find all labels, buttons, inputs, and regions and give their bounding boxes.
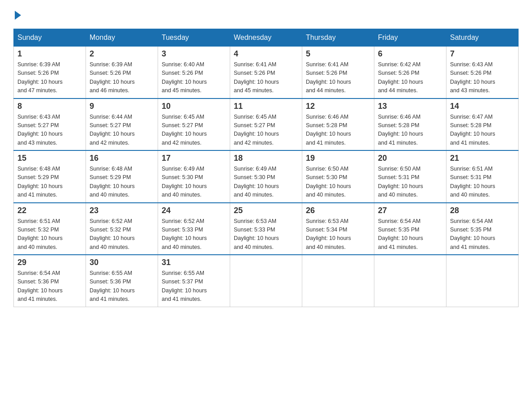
day-number: 24 <box>162 206 226 215</box>
day-info: Sunrise: 6:42 AMSunset: 5:26 PMDaylight:… <box>378 60 442 95</box>
day-number: 19 <box>306 154 370 163</box>
calendar-day-cell: 21Sunrise: 6:51 AMSunset: 5:31 PMDayligh… <box>446 150 519 203</box>
weekday-header-sunday: Sunday <box>14 29 86 47</box>
calendar-day-cell: 10Sunrise: 6:45 AMSunset: 5:27 PMDayligh… <box>158 98 230 151</box>
calendar-day-cell: 16Sunrise: 6:48 AMSunset: 5:29 PMDayligh… <box>86 150 158 203</box>
day-number: 28 <box>450 206 515 215</box>
day-number: 9 <box>90 102 154 111</box>
calendar-table: SundayMondayTuesdayWednesdayThursdayFrid… <box>13 29 519 307</box>
day-info: Sunrise: 6:48 AMSunset: 5:29 PMDaylight:… <box>90 165 154 200</box>
day-info: Sunrise: 6:55 AMSunset: 5:36 PMDaylight:… <box>90 269 154 304</box>
day-number: 30 <box>90 258 154 267</box>
calendar-day-cell: 26Sunrise: 6:53 AMSunset: 5:34 PMDayligh… <box>302 203 374 255</box>
day-info: Sunrise: 6:51 AMSunset: 5:32 PMDaylight:… <box>17 217 82 252</box>
calendar-day-cell: 30Sunrise: 6:55 AMSunset: 5:36 PMDayligh… <box>86 255 158 307</box>
day-number: 3 <box>162 49 226 59</box>
calendar-day-cell: 17Sunrise: 6:49 AMSunset: 5:30 PMDayligh… <box>158 150 230 203</box>
day-info: Sunrise: 6:55 AMSunset: 5:37 PMDaylight:… <box>162 269 226 304</box>
day-info: Sunrise: 6:47 AMSunset: 5:28 PMDaylight:… <box>450 113 515 148</box>
day-number: 22 <box>17 206 82 215</box>
day-info: Sunrise: 6:50 AMSunset: 5:31 PMDaylight:… <box>378 165 442 200</box>
day-number: 16 <box>90 154 154 163</box>
calendar-day-cell: 31Sunrise: 6:55 AMSunset: 5:37 PMDayligh… <box>158 255 230 307</box>
calendar-day-cell: 28Sunrise: 6:54 AMSunset: 5:35 PMDayligh… <box>446 203 519 255</box>
calendar-day-cell: 23Sunrise: 6:52 AMSunset: 5:32 PMDayligh… <box>86 203 158 255</box>
day-info: Sunrise: 6:49 AMSunset: 5:30 PMDaylight:… <box>162 165 226 200</box>
day-number: 18 <box>234 154 298 163</box>
weekday-header-tuesday: Tuesday <box>158 29 230 47</box>
weekday-header-wednesday: Wednesday <box>230 29 302 47</box>
calendar-day-cell: 11Sunrise: 6:45 AMSunset: 5:27 PMDayligh… <box>230 98 302 151</box>
calendar-day-cell: 3Sunrise: 6:40 AMSunset: 5:26 PMDaylight… <box>158 47 230 98</box>
day-number: 23 <box>90 206 154 215</box>
day-info: Sunrise: 6:53 AMSunset: 5:33 PMDaylight:… <box>234 217 298 252</box>
calendar-week-row: 29Sunrise: 6:54 AMSunset: 5:36 PMDayligh… <box>14 255 519 307</box>
calendar-day-cell: 4Sunrise: 6:41 AMSunset: 5:26 PMDaylight… <box>230 47 302 98</box>
day-info: Sunrise: 6:49 AMSunset: 5:30 PMDaylight:… <box>234 165 298 200</box>
calendar-week-row: 15Sunrise: 6:48 AMSunset: 5:29 PMDayligh… <box>14 150 519 203</box>
day-number: 26 <box>306 206 370 215</box>
day-info: Sunrise: 6:48 AMSunset: 5:29 PMDaylight:… <box>17 165 82 200</box>
day-info: Sunrise: 6:46 AMSunset: 5:28 PMDaylight:… <box>378 113 442 148</box>
calendar-day-cell: 24Sunrise: 6:52 AMSunset: 5:33 PMDayligh… <box>158 203 230 255</box>
day-info: Sunrise: 6:54 AMSunset: 5:35 PMDaylight:… <box>450 217 515 252</box>
day-info: Sunrise: 6:39 AMSunset: 5:26 PMDaylight:… <box>90 60 154 95</box>
calendar-header-row: SundayMondayTuesdayWednesdayThursdayFrid… <box>14 29 519 47</box>
page-header <box>13 9 519 20</box>
day-number: 5 <box>306 49 370 59</box>
day-info: Sunrise: 6:39 AMSunset: 5:26 PMDaylight:… <box>17 60 82 95</box>
day-info: Sunrise: 6:53 AMSunset: 5:34 PMDaylight:… <box>306 217 370 252</box>
day-info: Sunrise: 6:51 AMSunset: 5:31 PMDaylight:… <box>450 165 515 200</box>
calendar-day-cell: 5Sunrise: 6:41 AMSunset: 5:26 PMDaylight… <box>302 47 374 98</box>
calendar-day-cell: 19Sunrise: 6:50 AMSunset: 5:30 PMDayligh… <box>302 150 374 203</box>
day-number: 12 <box>306 102 370 111</box>
calendar-day-cell: 6Sunrise: 6:42 AMSunset: 5:26 PMDaylight… <box>374 47 446 98</box>
day-number: 6 <box>378 49 442 59</box>
calendar-day-cell: 20Sunrise: 6:50 AMSunset: 5:31 PMDayligh… <box>374 150 446 203</box>
calendar-day-cell: 27Sunrise: 6:54 AMSunset: 5:35 PMDayligh… <box>374 203 446 255</box>
day-number: 29 <box>17 258 82 267</box>
logo-arrow-icon <box>15 11 21 20</box>
day-info: Sunrise: 6:52 AMSunset: 5:32 PMDaylight:… <box>90 217 154 252</box>
calendar-day-cell: 14Sunrise: 6:47 AMSunset: 5:28 PMDayligh… <box>446 98 519 151</box>
calendar-week-row: 1Sunrise: 6:39 AMSunset: 5:26 PMDaylight… <box>14 47 519 98</box>
calendar-week-row: 8Sunrise: 6:43 AMSunset: 5:27 PMDaylight… <box>14 98 519 151</box>
day-info: Sunrise: 6:45 AMSunset: 5:27 PMDaylight:… <box>234 113 298 148</box>
empty-cell <box>230 255 302 307</box>
day-number: 2 <box>90 49 154 59</box>
calendar-day-cell: 22Sunrise: 6:51 AMSunset: 5:32 PMDayligh… <box>14 203 86 255</box>
day-number: 7 <box>450 49 515 59</box>
calendar-day-cell: 7Sunrise: 6:43 AMSunset: 5:26 PMDaylight… <box>446 47 519 98</box>
day-number: 10 <box>162 102 226 111</box>
calendar-day-cell: 2Sunrise: 6:39 AMSunset: 5:26 PMDaylight… <box>86 47 158 98</box>
calendar-day-cell: 9Sunrise: 6:44 AMSunset: 5:27 PMDaylight… <box>86 98 158 151</box>
day-number: 8 <box>17 102 82 111</box>
empty-cell <box>302 255 374 307</box>
day-number: 31 <box>162 258 226 267</box>
day-number: 20 <box>378 154 442 163</box>
empty-cell <box>446 255 519 307</box>
empty-cell <box>374 255 446 307</box>
calendar-day-cell: 25Sunrise: 6:53 AMSunset: 5:33 PMDayligh… <box>230 203 302 255</box>
day-number: 11 <box>234 102 298 111</box>
day-number: 13 <box>378 102 442 111</box>
day-number: 14 <box>450 102 515 111</box>
weekday-header-monday: Monday <box>86 29 158 47</box>
day-info: Sunrise: 6:52 AMSunset: 5:33 PMDaylight:… <box>162 217 226 252</box>
calendar-day-cell: 29Sunrise: 6:54 AMSunset: 5:36 PMDayligh… <box>14 255 86 307</box>
day-info: Sunrise: 6:45 AMSunset: 5:27 PMDaylight:… <box>162 113 226 148</box>
day-info: Sunrise: 6:41 AMSunset: 5:26 PMDaylight:… <box>306 60 370 95</box>
logo <box>13 9 21 20</box>
day-number: 27 <box>378 206 442 215</box>
day-number: 4 <box>234 49 298 59</box>
day-info: Sunrise: 6:50 AMSunset: 5:30 PMDaylight:… <box>306 165 370 200</box>
weekday-header-friday: Friday <box>374 29 446 47</box>
weekday-header-thursday: Thursday <box>302 29 374 47</box>
calendar-day-cell: 12Sunrise: 6:46 AMSunset: 5:28 PMDayligh… <box>302 98 374 151</box>
day-number: 25 <box>234 206 298 215</box>
day-info: Sunrise: 6:41 AMSunset: 5:26 PMDaylight:… <box>234 60 298 95</box>
calendar-day-cell: 8Sunrise: 6:43 AMSunset: 5:27 PMDaylight… <box>14 98 86 151</box>
day-info: Sunrise: 6:54 AMSunset: 5:36 PMDaylight:… <box>17 269 82 304</box>
day-info: Sunrise: 6:54 AMSunset: 5:35 PMDaylight:… <box>378 217 442 252</box>
day-info: Sunrise: 6:43 AMSunset: 5:26 PMDaylight:… <box>450 60 515 95</box>
